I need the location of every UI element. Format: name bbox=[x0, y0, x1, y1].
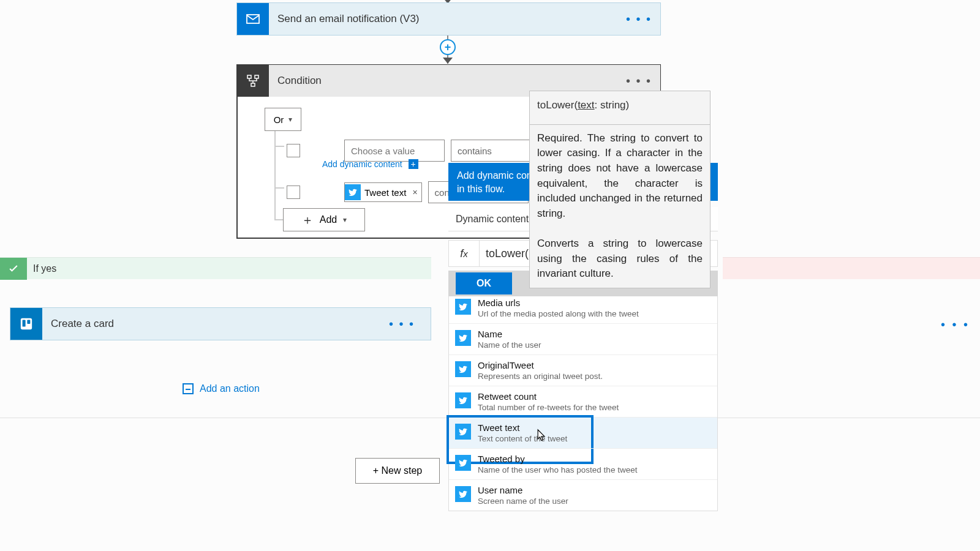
svg-rect-1 bbox=[247, 75, 251, 78]
svg-rect-6 bbox=[27, 320, 30, 324]
condition-group-button[interactable]: Or ▾ bbox=[265, 108, 301, 131]
svg-rect-2 bbox=[255, 75, 258, 78]
twitter-icon bbox=[345, 184, 361, 200]
more-menu-icon[interactable]: • • • bbox=[941, 318, 970, 332]
fx-icon: fx bbox=[449, 241, 480, 266]
cursor-icon bbox=[535, 429, 548, 443]
twitter-icon bbox=[455, 486, 471, 502]
value-token[interactable]: Tweet text × bbox=[344, 182, 422, 202]
branch-if-no[interactable] bbox=[723, 257, 980, 279]
dynamic-content-list: Media urlsUrl of the media posted along … bbox=[448, 296, 718, 511]
remove-token-button[interactable]: × bbox=[412, 187, 417, 197]
add-dynamic-content-link[interactable]: Add dynamic content + bbox=[322, 159, 418, 169]
chevron-down-icon: ▾ bbox=[288, 115, 292, 124]
more-menu-icon[interactable]: • • • bbox=[626, 12, 652, 26]
mail-icon bbox=[237, 3, 269, 35]
plus-icon: ＋ bbox=[301, 212, 314, 228]
add-action-label: Add an action bbox=[200, 383, 260, 394]
plus-icon: + bbox=[409, 159, 418, 169]
step-create-card[interactable]: Create a card • • • bbox=[10, 307, 431, 340]
add-step-button[interactable]: + bbox=[440, 39, 456, 55]
more-menu-icon[interactable]: • • • bbox=[389, 317, 415, 331]
twitter-icon bbox=[455, 392, 471, 408]
add-action-button[interactable]: Add an action bbox=[183, 383, 260, 394]
twitter-icon bbox=[455, 361, 471, 377]
check-icon bbox=[0, 258, 27, 280]
dc-item-user-name[interactable]: User nameScreen name of the user bbox=[449, 479, 717, 511]
branch-label: If yes bbox=[33, 263, 56, 274]
dc-item-name[interactable]: NameName of the user bbox=[449, 323, 717, 354]
tree-line bbox=[274, 187, 284, 189]
branch-if-yes[interactable]: If yes bbox=[0, 257, 431, 279]
dc-item-tweeted-by[interactable]: Tweeted byName of the user who has poste… bbox=[449, 448, 717, 479]
ok-button[interactable]: OK bbox=[456, 272, 512, 294]
step-title: Create a card bbox=[51, 318, 114, 330]
function-conv: Converts a string to lowercase using the… bbox=[537, 236, 703, 282]
operator-label: contains bbox=[458, 146, 492, 156]
new-step-button[interactable]: + New step bbox=[355, 458, 440, 484]
step-title: Condition bbox=[277, 75, 322, 87]
divider bbox=[530, 124, 710, 125]
group-label: Or bbox=[274, 114, 284, 125]
dc-item-retweet-count[interactable]: Retweet countTotal number of re-tweets f… bbox=[449, 386, 717, 417]
svg-rect-4 bbox=[21, 318, 32, 329]
choose-value-input[interactable] bbox=[344, 140, 445, 162]
twitter-icon bbox=[455, 455, 471, 471]
twitter-icon bbox=[455, 330, 471, 346]
dc-item-media-urls[interactable]: Media urlsUrl of the media posted along … bbox=[449, 296, 717, 323]
svg-rect-5 bbox=[23, 320, 26, 327]
step-send-email[interactable]: Send an email notification (V3) • • • bbox=[236, 2, 661, 36]
twitter-icon bbox=[455, 299, 471, 315]
add-action-icon bbox=[183, 383, 194, 394]
chevron-down-icon: ▾ bbox=[343, 216, 347, 224]
trello-icon bbox=[10, 308, 42, 340]
step-title: Send an email notification (V3) bbox=[277, 13, 420, 25]
token-label: Tweet text bbox=[364, 187, 406, 198]
condition-icon bbox=[237, 65, 269, 97]
more-menu-icon[interactable]: • • • bbox=[626, 74, 652, 88]
svg-rect-3 bbox=[251, 83, 255, 86]
dc-item-original-tweet[interactable]: OriginalTweetRepresents an original twee… bbox=[449, 354, 717, 386]
row-checkbox[interactable] bbox=[287, 186, 300, 199]
twitter-icon bbox=[455, 424, 471, 440]
add-row-button[interactable]: ＋ Add ▾ bbox=[283, 208, 365, 231]
condition-row-1: contains ▾ bbox=[287, 140, 549, 162]
add-label: Add bbox=[320, 214, 337, 225]
dc-item-tweet-text[interactable]: Tweet textText content of the tweet bbox=[449, 417, 717, 448]
function-signature: toLower(text: string) bbox=[537, 97, 703, 113]
function-tooltip: toLower(text: string) Required. The stri… bbox=[529, 91, 710, 288]
row-checkbox[interactable] bbox=[287, 144, 300, 157]
tree-line bbox=[274, 131, 276, 220]
function-desc: Required. The string to convert to lower… bbox=[537, 131, 703, 222]
tree-line bbox=[274, 146, 284, 147]
